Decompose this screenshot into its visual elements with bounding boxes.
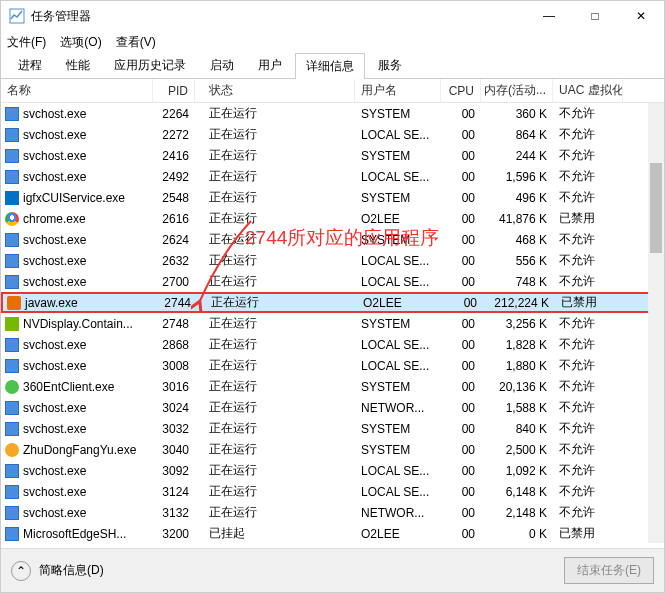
process-pid: 2548 [153,191,195,205]
process-uac: 不允许 [553,105,623,122]
table-row[interactable]: 360EntClient.exe3016正在运行SYSTEM0020,136 K… [1,376,664,397]
table-row[interactable]: svchost.exe3008正在运行LOCAL SE...001,880 K不… [1,355,664,376]
process-icon [5,527,19,541]
menu-options[interactable]: 选项(O) [60,34,101,51]
table-row[interactable]: svchost.exe2700正在运行LOCAL SE...00748 K不允许 [1,271,664,292]
process-mem: 2,500 K [481,443,553,457]
table-row[interactable]: svchost.exe2624正在运行SYSTEM00468 K不允许 [1,229,664,250]
task-manager-icon [9,8,25,24]
process-status: 正在运行 [195,483,355,500]
table-row[interactable]: svchost.exe3024正在运行NETWOR...001,588 K不允许 [1,397,664,418]
table-row[interactable]: svchost.exe3124正在运行LOCAL SE...006,148 K不… [1,481,664,502]
process-status: 正在运行 [195,504,355,521]
col-mem[interactable]: 内存(活动... [481,79,553,102]
process-pid: 2868 [153,338,195,352]
process-mem: 748 K [481,275,553,289]
process-icon [5,233,19,247]
table-row[interactable]: svchost.exe3092正在运行LOCAL SE...001,092 K不… [1,460,664,481]
process-cpu: 00 [441,107,481,121]
col-name[interactable]: 名称 [1,79,153,102]
process-user: LOCAL SE... [355,170,441,184]
table-row[interactable]: javaw.exe2744正在运行O2LEE00212,224 K已禁用 [1,292,664,313]
scrollbar-thumb[interactable] [650,163,662,253]
tab-2[interactable]: 应用历史记录 [103,52,197,78]
table-row[interactable]: MicrosoftEdgeSH...3200已挂起O2LEE000 K已禁用 [1,523,664,544]
tab-5[interactable]: 详细信息 [295,53,365,79]
col-pid[interactable]: PID [153,79,195,102]
process-status: 已挂起 [195,525,355,542]
maximize-button[interactable]: □ [572,1,618,31]
process-uac: 不允许 [553,189,623,206]
table-row[interactable]: igfxCUIService.exe2548正在运行SYSTEM00496 K不… [1,187,664,208]
table-row[interactable]: NVDisplay.Contain...2748正在运行SYSTEM003,25… [1,313,664,334]
table-row[interactable]: svchost.exe3132正在运行NETWOR...002,148 K不允许 [1,502,664,523]
tab-3[interactable]: 启动 [199,52,245,78]
col-uac[interactable]: UAC 虚拟化 [553,79,623,102]
process-name: svchost.exe [23,233,86,247]
tab-0[interactable]: 进程 [7,52,53,78]
process-uac: 不允许 [553,504,623,521]
process-status: 正在运行 [195,105,355,122]
process-cpu: 00 [441,401,481,415]
col-user[interactable]: 用户名 [355,79,441,102]
process-name: igfxCUIService.exe [23,191,125,205]
process-pid: 2272 [153,128,195,142]
process-name: javaw.exe [25,296,78,310]
table-row[interactable]: svchost.exe2416正在运行SYSTEM00244 K不允许 [1,145,664,166]
process-icon [5,485,19,499]
process-user: SYSTEM [355,380,441,394]
process-mem: 1,092 K [481,464,553,478]
menu-view[interactable]: 查看(V) [116,34,156,51]
process-rows: svchost.exe2264正在运行SYSTEM00360 K不允许svcho… [1,103,664,544]
process-user: LOCAL SE... [355,464,441,478]
process-mem: 1,596 K [481,170,553,184]
close-button[interactable]: ✕ [618,1,664,31]
tab-6[interactable]: 服务 [367,52,413,78]
table-row[interactable]: svchost.exe3032正在运行SYSTEM00840 K不允许 [1,418,664,439]
fewer-details-button[interactable]: ⌃ 简略信息(D) [11,561,104,581]
process-pid: 2748 [153,317,195,331]
table-row[interactable]: svchost.exe2492正在运行LOCAL SE...001,596 K不… [1,166,664,187]
process-name: svchost.exe [23,275,86,289]
process-status: 正在运行 [195,399,355,416]
table-row[interactable]: svchost.exe2632正在运行LOCAL SE...00556 K不允许 [1,250,664,271]
process-cpu: 00 [441,254,481,268]
table-row[interactable]: svchost.exe2264正在运行SYSTEM00360 K不允许 [1,103,664,124]
col-cpu[interactable]: CPU [441,79,481,102]
process-uac: 不允许 [553,231,623,248]
end-task-button[interactable]: 结束任务(E) [564,557,654,584]
process-cpu: 00 [441,233,481,247]
process-icon [5,422,19,436]
process-cpu: 00 [441,317,481,331]
table-row[interactable]: chrome.exe2616正在运行O2LEE0041,876 K已禁用 [1,208,664,229]
process-user: SYSTEM [355,443,441,457]
process-pid: 2624 [153,233,195,247]
scrollbar[interactable] [648,103,664,543]
process-status: 正在运行 [195,357,355,374]
process-cpu: 00 [441,506,481,520]
process-uac: 不允许 [553,336,623,353]
process-pid: 3032 [153,422,195,436]
process-pid: 2632 [153,254,195,268]
menu-file[interactable]: 文件(F) [7,34,46,51]
process-status: 正在运行 [195,273,355,290]
table-row[interactable]: ZhuDongFangYu.exe3040正在运行SYSTEM002,500 K… [1,439,664,460]
process-status: 正在运行 [195,126,355,143]
process-icon [5,191,19,205]
process-name: 360EntClient.exe [23,380,114,394]
process-mem: 496 K [481,191,553,205]
tab-1[interactable]: 性能 [55,52,101,78]
table-row[interactable]: svchost.exe2272正在运行LOCAL SE...00864 K不允许 [1,124,664,145]
process-status: 正在运行 [197,294,357,311]
process-icon [5,149,19,163]
process-status: 正在运行 [195,441,355,458]
tab-4[interactable]: 用户 [247,52,293,78]
process-uac: 不允许 [553,462,623,479]
process-name: NVDisplay.Contain... [23,317,133,331]
col-status[interactable]: 状态 [195,79,355,102]
minimize-button[interactable]: — [526,1,572,31]
table-row[interactable]: svchost.exe2868正在运行LOCAL SE...001,828 K不… [1,334,664,355]
process-user: O2LEE [355,527,441,541]
process-name: svchost.exe [23,149,86,163]
footer: ⌃ 简略信息(D) 结束任务(E) [1,548,664,592]
